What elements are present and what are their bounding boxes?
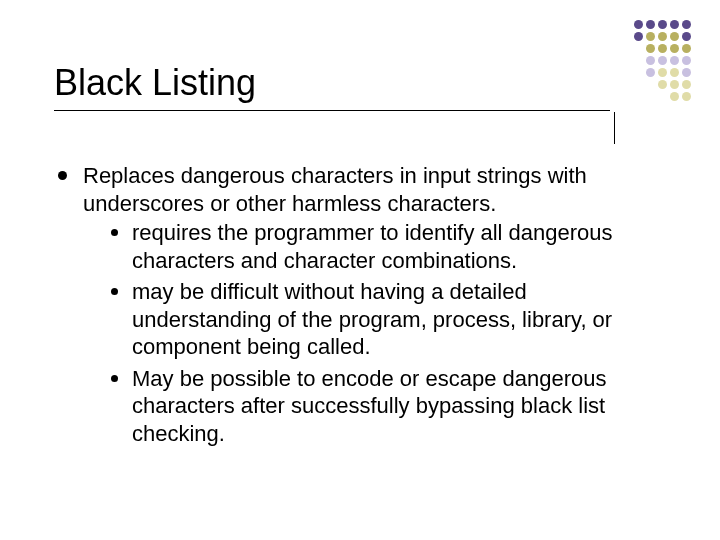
dot-icon [658,44,667,53]
dot-icon [634,20,643,29]
slide: Black Listing Replaces dangerous charact… [0,0,720,540]
deco-row [632,42,692,54]
list-item-label: requires the programmer to identify all … [132,219,660,274]
deco-row [632,54,692,66]
list-item: may be difficult without having a detail… [111,278,660,361]
deco-row [632,18,692,30]
dot-icon [670,80,679,89]
bullet-icon [58,171,67,180]
dot-icon [646,56,655,65]
list-item-label: Replaces dangerous characters in input s… [83,163,587,216]
deco-row [632,78,692,90]
dot-icon [658,56,667,65]
dot-icon [682,44,691,53]
deco-row [632,90,692,102]
dot-icon [646,32,655,41]
dot-icon [658,20,667,29]
dot-icon [658,80,667,89]
bullet-icon [111,375,118,382]
dot-icon [658,32,667,41]
dot-icon [682,56,691,65]
list-item-label: May be possible to encode or escape dang… [132,365,660,448]
deco-row [632,66,692,78]
list-item-label: may be difficult without having a detail… [132,278,660,361]
dot-icon [646,44,655,53]
title-underline: Black Listing [54,62,610,111]
dot-icon [646,68,655,77]
list-item: Replaces dangerous characters in input s… [58,162,660,451]
corner-decoration [632,18,692,102]
slide-title: Black Listing [54,62,610,104]
divider-vertical-stub [614,112,615,144]
list-item: May be possible to encode or escape dang… [111,365,660,448]
dot-icon [670,68,679,77]
bullet-icon [111,229,118,236]
dot-icon [682,20,691,29]
dot-icon [646,20,655,29]
slide-body: Replaces dangerous characters in input s… [58,162,660,455]
bullet-icon [111,288,118,295]
dot-icon [682,92,691,101]
dot-icon [658,68,667,77]
dot-icon [682,68,691,77]
dot-icon [670,32,679,41]
list-item: requires the programmer to identify all … [111,219,660,274]
deco-row [632,30,692,42]
dot-icon [634,32,643,41]
dot-icon [682,80,691,89]
dot-icon [670,92,679,101]
dot-icon [682,32,691,41]
dot-icon [670,56,679,65]
list-item-text: Replaces dangerous characters in input s… [83,162,660,451]
dot-icon [670,44,679,53]
dot-icon [670,20,679,29]
